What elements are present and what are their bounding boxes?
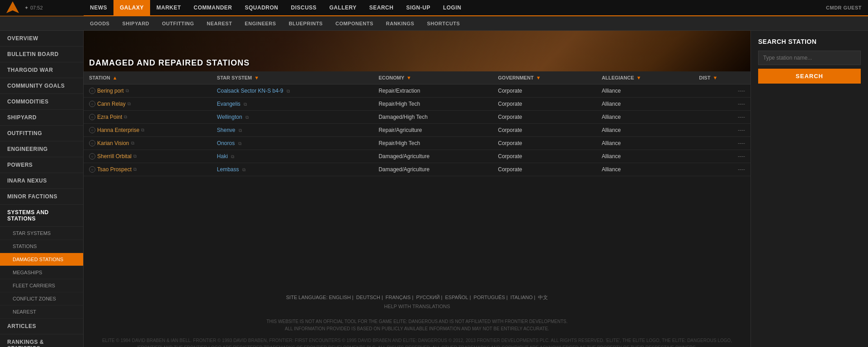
search-station-title: SEARCH STATION	[758, 38, 861, 45]
nav-commander[interactable]: COMMANDER	[187, 0, 238, 16]
nav-market[interactable]: MARKET	[150, 0, 187, 16]
subnav-blueprints[interactable]: BLUEPRINTS	[283, 16, 329, 31]
ext-link-station-1[interactable]: ⧉	[127, 101, 131, 107]
station-link-2[interactable]: Ezra Point	[97, 114, 122, 120]
sidebar-sub-damaged-stations[interactable]: DAMAGED STATIONS	[0, 253, 83, 266]
sidebar-item-systems-stations[interactable]: SYSTEMS AND STATIONS	[0, 205, 83, 227]
nav-discuss[interactable]: DISCUSS	[285, 0, 323, 16]
col-header-government[interactable]: GOVERNMENT ▼	[493, 71, 597, 84]
page-banner: DAMAGED AND REPAIRED STATIONS	[84, 31, 750, 71]
lang-english[interactable]: ENGLISH	[329, 295, 351, 300]
sidebar-sub-nearest[interactable]: NEAREST	[0, 305, 83, 319]
station-link-5[interactable]: Sherrill Orbital	[97, 153, 132, 159]
lang-italiano[interactable]: ITALIANO	[510, 295, 533, 300]
station-link-6[interactable]: Tsao Prospect	[97, 166, 132, 173]
col-header-star-system[interactable]: STAR SYSTEM ▼	[212, 71, 373, 84]
ext-link-station-0[interactable]: ⧉	[126, 88, 129, 94]
station-search-button[interactable]: SEARCH	[758, 69, 861, 84]
station-search-input[interactable]	[758, 51, 861, 65]
ext-link-system-4[interactable]: ⧉	[238, 141, 241, 146]
subnav-components[interactable]: COMPONENTS	[329, 16, 380, 31]
help-translations-link[interactable]: HELP WITH TRANSLATIONS	[93, 304, 741, 309]
sidebar-item-minor-factions[interactable]: MINOR FACTIONS	[0, 189, 83, 205]
lang-portugues[interactable]: PORTUGUÊS	[474, 295, 505, 300]
ext-link-station-6[interactable]: ⧉	[133, 167, 137, 172]
system-link-1[interactable]: Evangelis	[217, 101, 241, 107]
system-link-2[interactable]: Wellington	[217, 114, 242, 120]
ext-link-station-2[interactable]: ⧉	[124, 114, 127, 120]
sidebar-item-community-goals[interactable]: COMMUNITY GOALS	[0, 78, 83, 94]
sidebar-sub-conflict-zones[interactable]: CONFLICT ZONES	[0, 292, 83, 305]
col-header-economy[interactable]: ECONOMY ▼	[373, 71, 492, 84]
nav-login[interactable]: LOGIN	[437, 0, 468, 16]
sidebar-item-commodities[interactable]: COMMODITIES	[0, 94, 83, 110]
nav-search[interactable]: SEARCH	[363, 0, 400, 16]
sidebar-sub-star-systems[interactable]: STAR SYSTEMS	[0, 227, 83, 240]
footer-area: SITE LANGUAGE: ENGLISH| DEUTSCH| FRANÇAI…	[84, 281, 750, 347]
subnav-goods[interactable]: GOODS	[84, 16, 116, 31]
system-link-6[interactable]: Lembass	[217, 166, 239, 173]
sidebar-item-powers[interactable]: POWERS	[0, 157, 83, 173]
system-link-5[interactable]: Haki	[217, 153, 228, 159]
station-link-0[interactable]: Bering port	[97, 88, 124, 94]
system-cell-5: Haki ⧉	[212, 150, 373, 163]
ext-link-station-5[interactable]: ⧉	[133, 154, 137, 159]
nav-galaxy[interactable]: GALAXY	[113, 0, 150, 16]
sidebar-item-engineering[interactable]: ENGINEERING	[0, 141, 83, 157]
station-link-1[interactable]: Cann Relay	[97, 101, 126, 107]
station-link-3[interactable]: Hanna Enterprise	[97, 127, 139, 133]
system-link-4[interactable]: Onoros	[217, 140, 235, 146]
allegiance-cell-1: Alliance	[596, 98, 693, 111]
subnav-shipyard[interactable]: SHIPYARD	[116, 16, 156, 31]
sidebar-item-bulletin-board[interactable]: BULLETIN BOARD	[0, 47, 83, 62]
lang-francais[interactable]: FRANÇAIS	[386, 295, 411, 300]
subnav-shortcuts[interactable]: SHORTCUTS	[420, 16, 466, 31]
sidebar-sub-megaships[interactable]: MEGASHIPS	[0, 266, 83, 279]
ext-link-system-2[interactable]: ⧉	[245, 115, 249, 120]
lang-chinese[interactable]: 中文	[538, 295, 548, 300]
subnav-nearest[interactable]: NEAREST	[200, 16, 238, 31]
sidebar-item-rankings[interactable]: RANKINGS & STATISTICS	[0, 334, 83, 347]
nav-gallery[interactable]: GALLERY	[323, 0, 363, 16]
system-link-0[interactable]: Coalsack Sector KN-S b4-9	[217, 88, 283, 94]
lang-russian[interactable]: РУССКИЙ	[416, 295, 439, 300]
system-cell-6: Lembass ⧉	[212, 163, 373, 176]
ext-link-station-3[interactable]: ⧉	[141, 127, 144, 133]
ext-link-system-5[interactable]: ⧉	[231, 154, 234, 159]
dist-cell-5: ----	[693, 150, 750, 163]
sidebar-item-overview[interactable]: OVERVIEW	[0, 31, 83, 47]
ext-link-system-3[interactable]: ⧉	[239, 128, 242, 133]
sidebar-item-outfitting[interactable]: OUTFITTING	[0, 126, 83, 141]
cmdr-guest-link[interactable]: CMDR GUEST	[820, 0, 868, 16]
subnav-outfitting[interactable]: OUTFITTING	[156, 16, 200, 31]
logo-icon[interactable]	[5, 0, 21, 16]
lang-espanol[interactable]: ESPAÑOL	[445, 295, 468, 300]
col-header-station[interactable]: STATION ▲	[84, 71, 212, 84]
dist-cell-1: ----	[693, 98, 750, 111]
sidebar-item-shipyard[interactable]: SHIPYARD	[0, 110, 83, 126]
station-link-4[interactable]: Karian Vision	[97, 140, 129, 146]
sidebar-sub-fleet-carriers[interactable]: FLEET CARRIERS	[0, 279, 83, 292]
sidebar-item-thargoid-war[interactable]: THARGOID WAR	[0, 62, 83, 78]
sidebar-item-articles[interactable]: ARTICLES	[0, 319, 83, 334]
station-cell-3: ○ Hanna Enterprise ⧉	[84, 124, 212, 137]
sidebar-item-inara-nexus[interactable]: INARA NEXUS	[0, 173, 83, 189]
nav-news[interactable]: NEWS	[84, 0, 113, 16]
col-header-allegiance[interactable]: ALLEGIANCE ▼	[596, 71, 693, 84]
ext-link-station-4[interactable]: ⧉	[131, 141, 134, 146]
ext-link-system-0[interactable]: ⧉	[287, 89, 290, 94]
nav-signup[interactable]: SIGN-UP	[400, 0, 437, 16]
station-icon-2: ○	[89, 114, 95, 120]
station-icon-0: ○	[89, 88, 95, 94]
col-header-dist[interactable]: DIST ▼	[693, 71, 750, 84]
nav-squadron[interactable]: SQUADRON	[239, 0, 285, 16]
system-link-3[interactable]: Shenve	[217, 127, 236, 133]
subnav-rankings[interactable]: RANKINGS	[380, 16, 421, 31]
sort-desc-icon-3: ▼	[536, 75, 541, 80]
lang-deutsch[interactable]: DEUTSCH	[356, 295, 380, 300]
sort-desc-icon-4: ▼	[637, 75, 642, 80]
sidebar-sub-stations[interactable]: STATIONS	[0, 240, 83, 253]
ext-link-system-6[interactable]: ⧉	[242, 167, 245, 172]
subnav-engineers[interactable]: ENGINEERS	[238, 16, 282, 31]
ext-link-system-1[interactable]: ⧉	[244, 102, 247, 107]
